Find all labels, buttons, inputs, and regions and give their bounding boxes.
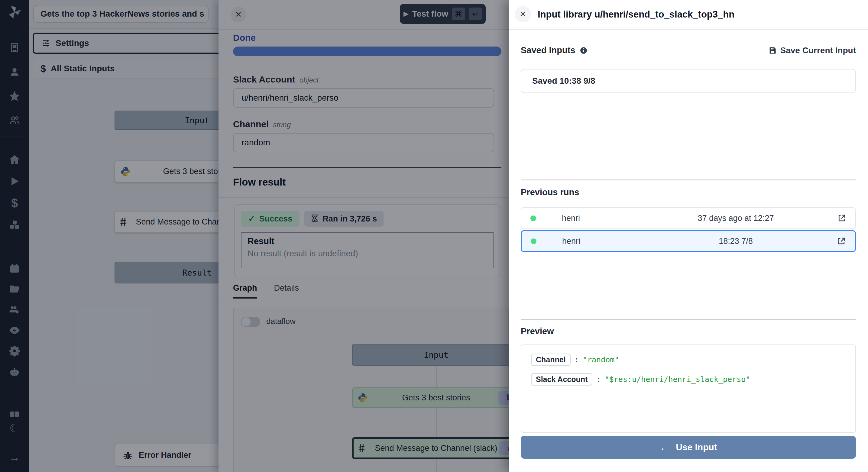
test-flow-label: Test flow — [412, 9, 448, 19]
run-user: henri — [562, 237, 635, 246]
calendar-icon[interactable] — [0, 263, 29, 274]
expand-arrow-icon[interactable]: → — [0, 452, 29, 463]
graph-node-input-label: Input — [424, 350, 448, 359]
bug-icon — [122, 450, 133, 461]
windmill-logo[interactable] — [0, 4, 29, 20]
external-link-icon[interactable] — [837, 214, 846, 223]
previous-run-row[interactable]: henri 37 days ago at 12:27 — [521, 207, 856, 229]
field-name: Channel — [233, 119, 269, 129]
star-icon[interactable] — [0, 91, 29, 101]
hourglass-icon — [311, 215, 318, 223]
save-current-input-label: Save Current Input — [780, 45, 856, 55]
preview-heading: Preview — [521, 326, 554, 336]
settings-button-label: Settings — [56, 38, 89, 48]
arrow-left-icon: ← — [659, 441, 670, 453]
dollar-icon[interactable]: $ — [0, 197, 29, 209]
graph-node-step1[interactable]: Gets 3 best stories b — [352, 387, 520, 408]
run-time: 37 days ago at 12:27 — [634, 214, 837, 223]
sidebar-divider — [0, 136, 29, 137]
input-library-header: ✕ Input library u/henri/send_to_slack_to… — [509, 0, 868, 30]
eye-icon[interactable] — [0, 324, 29, 336]
graph-node-step2[interactable]: # Send Message to Channel (slack) a — [352, 437, 520, 459]
preview-key: Slack Account — [531, 373, 592, 385]
preview-colon: : — [576, 355, 578, 364]
flow-result-heading: Flow result — [233, 177, 286, 188]
connector-line — [436, 366, 436, 387]
users-icon[interactable] — [0, 115, 29, 126]
use-input-label: Use Input — [676, 442, 717, 452]
resources-icon[interactable] — [0, 219, 29, 231]
python-icon — [120, 166, 131, 177]
dollar-sign-icon: $ — [40, 63, 46, 74]
field-name: Slack Account — [233, 74, 295, 84]
test-flow-button[interactable]: ▶ Test flow ⌘ ↵ — [400, 4, 486, 24]
tab-details[interactable]: Details — [274, 283, 299, 298]
field-type: object — [300, 76, 319, 84]
drawer-divider — [218, 197, 509, 198]
tab-graph[interactable]: Graph — [233, 283, 257, 298]
status-label: Done — [233, 33, 256, 43]
close-icon[interactable]: ✕ — [230, 7, 246, 22]
slack-account-field-label: Slack Accountobject — [233, 74, 319, 85]
save-icon — [768, 46, 777, 55]
preview-colon: : — [597, 375, 600, 384]
use-input-button[interactable]: ← Use Input — [521, 436, 856, 459]
all-static-inputs-label: All Static Inputs — [51, 64, 115, 73]
external-link-icon[interactable] — [837, 237, 846, 246]
duration-badge: Ran in 3,726 s — [304, 211, 383, 227]
building-icon[interactable] — [0, 42, 29, 53]
play-icon: ▶ — [403, 10, 409, 18]
return-key-icon: ↵ — [469, 7, 482, 20]
result-box: Result No result (result is undefined) — [241, 232, 494, 268]
drawer-divider — [218, 29, 509, 30]
sliders-icon — [41, 38, 51, 48]
channel-input[interactable]: random — [233, 133, 494, 152]
run-time: 18:23 7/8 — [635, 237, 837, 246]
section-divider — [233, 167, 501, 168]
play-icon[interactable] — [0, 176, 29, 187]
connector-line — [436, 459, 436, 472]
input-library-title: Input library u/henri/send_to_slack_top3… — [538, 0, 735, 29]
result-empty-text: No result (result is undefined) — [248, 249, 487, 258]
library-divider — [521, 319, 856, 320]
test-flow-drawer: ✕ ▶ Test flow ⌘ ↵ Done Slack Accountobje… — [218, 0, 509, 472]
preview-key: Channel — [531, 353, 570, 366]
all-static-inputs-button[interactable]: $ All Static Inputs — [33, 59, 226, 78]
preview-card: Channel : "random" Slack Account : "$res… — [521, 344, 856, 433]
close-icon[interactable]: ✕ — [515, 6, 531, 22]
run-status-dot — [530, 216, 536, 221]
sidebar: $ ☾ → — [0, 0, 29, 472]
field-type: string — [273, 121, 291, 129]
graph-node-step2-label: Send Message to Channel (slack) — [375, 444, 497, 453]
preview-value: "random" — [583, 355, 619, 364]
command-key-icon: ⌘ — [452, 7, 465, 20]
robot-icon[interactable] — [0, 366, 29, 378]
moon-icon[interactable]: ☾ — [0, 422, 29, 434]
duration-badge-label: Ran in 3,726 s — [322, 214, 377, 224]
preview-value: "$res:u/henri/henri_slack_perso" — [605, 375, 750, 384]
workers-icon[interactable] — [0, 304, 29, 315]
settings-button[interactable]: Settings — [33, 33, 226, 54]
flow-name-input[interactable]: Gets the top 3 HackerNews stories and s — [33, 5, 209, 23]
preview-entry: Slack Account : "$res:u/henri/henri_slac… — [531, 373, 846, 385]
slack-account-input[interactable]: u/henri/henri_slack_perso — [233, 88, 494, 107]
saved-input-item[interactable]: Saved 10:38 9/8 — [521, 69, 856, 93]
info-icon[interactable] — [580, 46, 588, 54]
graph-node-input[interactable]: Input — [352, 344, 520, 366]
tabs-underline — [218, 300, 509, 301]
slack-hash-icon: # — [119, 215, 128, 229]
user-icon[interactable] — [0, 66, 29, 77]
dataflow-toggle[interactable] — [241, 317, 260, 327]
saved-inputs-heading: Saved Inputs — [521, 45, 588, 55]
run-user: henri — [562, 214, 634, 223]
run-status-dot — [531, 239, 536, 244]
folder-icon[interactable] — [0, 283, 29, 294]
graph-node-step1-label: Gets 3 best stories — [402, 393, 470, 403]
drawer-divider — [218, 65, 509, 65]
save-current-input-button[interactable]: Save Current Input — [768, 45, 856, 55]
gear-icon[interactable] — [0, 345, 29, 356]
docs-icon[interactable] — [0, 409, 29, 419]
preview-entry: Channel : "random" — [531, 353, 846, 366]
home-icon[interactable] — [0, 154, 29, 165]
previous-run-row-selected[interactable]: henri 18:23 7/8 — [521, 230, 856, 252]
